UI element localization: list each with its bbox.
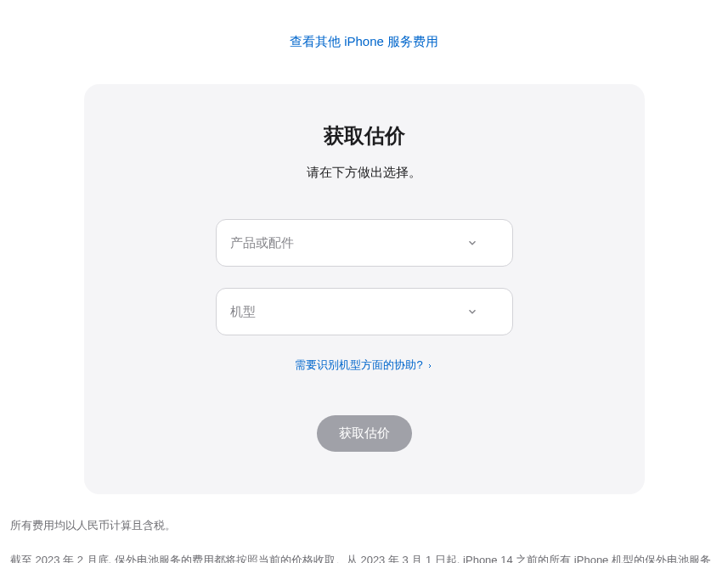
chevron-right-icon bbox=[426, 359, 433, 372]
product-select-placeholder: 产品或配件 bbox=[230, 235, 294, 251]
footer-notes: 所有费用均以人民币计算且含税。 截至 2023 年 2 月底, 保外电池服务的费… bbox=[0, 515, 728, 563]
other-iphone-services-link[interactable]: 查看其他 iPhone 服务费用 bbox=[290, 34, 438, 48]
model-select[interactable]: 机型 bbox=[216, 288, 513, 335]
chevron-down-icon bbox=[466, 306, 478, 318]
footer-note-tax: 所有费用均以人民币计算且含税。 bbox=[10, 515, 718, 535]
estimate-card: 获取估价 请在下方做出选择。 产品或配件 机型 bbox=[84, 84, 645, 494]
help-link-label: 需要识别机型方面的协助? bbox=[295, 358, 422, 373]
model-select-placeholder: 机型 bbox=[230, 304, 256, 320]
product-select[interactable]: 产品或配件 bbox=[216, 219, 513, 267]
card-subtitle: 请在下方做出选择。 bbox=[127, 165, 602, 181]
card-title: 获取估价 bbox=[127, 122, 602, 149]
get-estimate-button[interactable]: 获取估价 bbox=[317, 415, 412, 452]
footer-note-price-change: 截至 2023 年 2 月底, 保外电池服务的费用都将按照当前的价格收取。从 2… bbox=[10, 550, 718, 563]
identify-model-help-link[interactable]: 需要识别机型方面的协助? bbox=[295, 358, 432, 373]
chevron-down-icon bbox=[466, 237, 478, 249]
